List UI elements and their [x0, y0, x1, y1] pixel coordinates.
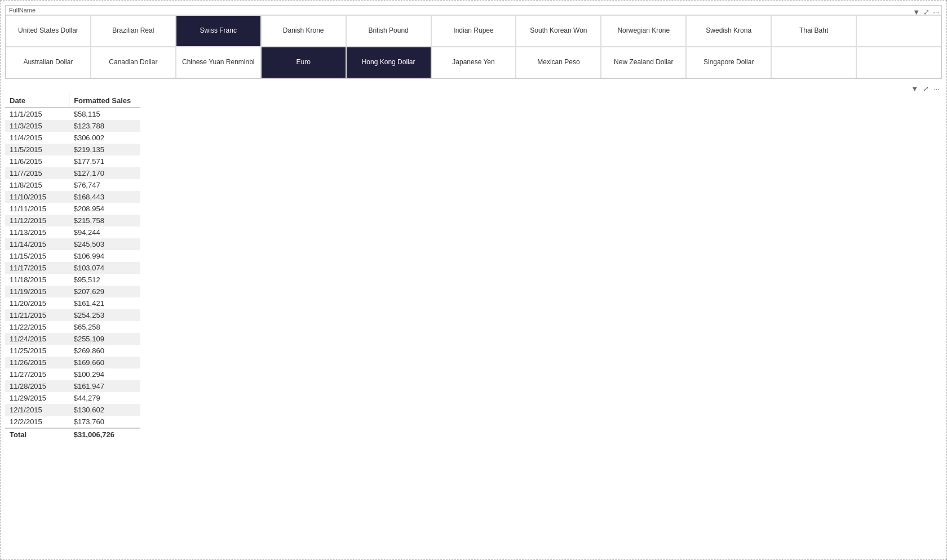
cell-sales: $123,788 — [69, 120, 140, 132]
cell-date: 11/14/2015 — [5, 238, 69, 250]
cell-date: 11/25/2015 — [5, 345, 69, 357]
slicer-section: FullName ▼ ⤢ ··· United States DollarBra… — [5, 5, 942, 79]
slicer-cell-mexican-peso[interactable]: Mexican Peso — [516, 47, 601, 78]
cell-sales: $130,602 — [69, 404, 140, 416]
table-row: 11/22/2015$65,258 — [5, 321, 140, 333]
slicer-cell-british-pound[interactable]: British Pound — [346, 15, 431, 47]
slicer-cell-singapore-dollar[interactable]: Singapore Dollar — [686, 47, 771, 78]
table-row: 11/20/2015$161,421 — [5, 297, 140, 309]
table-row: 11/21/2015$254,253 — [5, 309, 140, 321]
slicer-cell-indian-rupee[interactable]: Indian Rupee — [431, 15, 516, 47]
cell-date: 12/1/2015 — [5, 404, 69, 416]
cell-sales: $94,244 — [69, 226, 140, 238]
slicer-cell-united-states-dollar[interactable]: United States Dollar — [6, 15, 91, 47]
cell-date: 11/4/2015 — [5, 132, 69, 144]
table-row: 11/11/2015$208,954 — [5, 203, 140, 215]
slicer-cell-euro[interactable]: Euro — [261, 47, 346, 78]
table-row: 11/24/2015$255,109 — [5, 333, 140, 345]
slicer-cell-norwegian-krone[interactable]: Norwegian Krone — [601, 15, 686, 47]
slicer-cell-chinese-yuan-renminbi[interactable]: Chinese Yuan Renminbi — [176, 47, 261, 78]
cell-date: 11/24/2015 — [5, 333, 69, 345]
slicer-cell-swedish-krona[interactable]: Swedish Krona — [686, 15, 771, 47]
cell-date: 11/1/2015 — [5, 108, 69, 120]
cell-sales: $177,571 — [69, 155, 140, 167]
date-column-header: Date — [5, 94, 69, 108]
slicer-cell-thai-baht[interactable]: Thai Baht — [771, 15, 856, 47]
cell-date: 11/8/2015 — [5, 179, 69, 191]
table-row: 12/1/2015$130,602 — [5, 404, 140, 416]
cell-sales: $161,421 — [69, 297, 140, 309]
cell-sales: $208,954 — [69, 203, 140, 215]
cell-sales: $161,947 — [69, 380, 140, 392]
cell-sales: $169,660 — [69, 357, 140, 368]
table-row: 11/17/2015$103,074 — [5, 262, 140, 274]
slicer-cell-new-zealand-dollar[interactable]: New Zealand Dollar — [601, 47, 686, 78]
slicer-cell-empty-row2-0 — [771, 47, 856, 78]
table-row: 11/7/2015$127,170 — [5, 167, 140, 179]
cell-date: 11/20/2015 — [5, 297, 69, 309]
slicer-grid: United States DollarBrazilian RealSwiss … — [6, 15, 941, 78]
slicer-cell-hong-kong-dollar[interactable]: Hong Kong Dollar — [346, 47, 431, 78]
slicer-cell-australian-dollar[interactable]: Australian Dollar — [6, 47, 91, 78]
cell-sales: $76,747 — [69, 179, 140, 191]
data-table: Date Formatted Sales 11/1/2015$58,11511/… — [5, 94, 140, 441]
cell-sales: $215,758 — [69, 215, 140, 226]
cell-date: 12/2/2015 — [5, 416, 69, 428]
cell-sales: $245,503 — [69, 238, 140, 250]
cell-sales: $269,860 — [69, 345, 140, 357]
slicer-expand-icon[interactable]: ⤢ — [923, 8, 930, 16]
table-filter-icon[interactable]: ▼ — [911, 85, 918, 93]
table-body: 11/1/2015$58,11511/3/2015$123,78811/4/20… — [5, 108, 140, 428]
cell-date: 11/11/2015 — [5, 203, 69, 215]
slicer-cell-brazilian-real[interactable]: Brazilian Real — [91, 15, 176, 47]
table-toolbar: ▼ ⤢ ··· — [5, 83, 942, 94]
table-more-icon[interactable]: ··· — [933, 85, 940, 93]
slicer-more-icon[interactable]: ··· — [933, 8, 939, 16]
table-row: 11/18/2015$95,512 — [5, 274, 140, 286]
cell-sales: $255,109 — [69, 333, 140, 345]
slicer-cell-south-korean-won[interactable]: South Korean Won — [516, 15, 601, 47]
table-expand-icon[interactable]: ⤢ — [923, 85, 929, 93]
cell-sales: $58,115 — [69, 108, 140, 120]
slicer-cell-swiss-franc[interactable]: Swiss Franc — [176, 15, 261, 47]
cell-date: 11/5/2015 — [5, 144, 69, 155]
cell-date: 11/22/2015 — [5, 321, 69, 333]
cell-sales: $173,760 — [69, 416, 140, 428]
table-row: 11/26/2015$169,660 — [5, 357, 140, 368]
table-row: 11/4/2015$306,002 — [5, 132, 140, 144]
cell-date: 11/7/2015 — [5, 167, 69, 179]
cell-sales: $219,135 — [69, 144, 140, 155]
cell-date: 11/15/2015 — [5, 250, 69, 262]
cell-sales: $100,294 — [69, 368, 140, 380]
slicer-filter-icon[interactable]: ▼ — [913, 8, 920, 16]
cell-sales: $127,170 — [69, 167, 140, 179]
cell-sales: $95,512 — [69, 274, 140, 286]
cell-date: 11/12/2015 — [5, 215, 69, 226]
table-row: 11/6/2015$177,571 — [5, 155, 140, 167]
table-row: 11/28/2015$161,947 — [5, 380, 140, 392]
cell-date: 11/19/2015 — [5, 286, 69, 297]
cell-sales: $168,443 — [69, 191, 140, 203]
page-container: FullName ▼ ⤢ ··· United States DollarBra… — [0, 0, 947, 560]
slicer-field-label: FullName — [6, 6, 941, 15]
cell-date: 11/29/2015 — [5, 392, 69, 404]
cell-date: 11/3/2015 — [5, 120, 69, 132]
slicer-cell-canadian-dollar[interactable]: Canadian Dollar — [91, 47, 176, 78]
table-row: 11/13/2015$94,244 — [5, 226, 140, 238]
cell-sales: $254,253 — [69, 309, 140, 321]
cell-sales: $44,279 — [69, 392, 140, 404]
formatted-sales-column-header: Formatted Sales — [69, 94, 140, 108]
cell-sales: $306,002 — [69, 132, 140, 144]
cell-sales: $65,258 — [69, 321, 140, 333]
cell-sales: $207,629 — [69, 286, 140, 297]
table-row: 11/14/2015$245,503 — [5, 238, 140, 250]
slicer-cell-danish-krone[interactable]: Danish Krone — [261, 15, 346, 47]
cell-date: 11/13/2015 — [5, 226, 69, 238]
table-row: 11/27/2015$100,294 — [5, 368, 140, 380]
table-row: 11/12/2015$215,758 — [5, 215, 140, 226]
table-row: 11/1/2015$58,115 — [5, 108, 140, 120]
cell-date: 11/17/2015 — [5, 262, 69, 274]
cell-date: 11/27/2015 — [5, 368, 69, 380]
slicer-cell-japanese-yen[interactable]: Japanese Yen — [431, 47, 516, 78]
cell-date: 11/28/2015 — [5, 380, 69, 392]
